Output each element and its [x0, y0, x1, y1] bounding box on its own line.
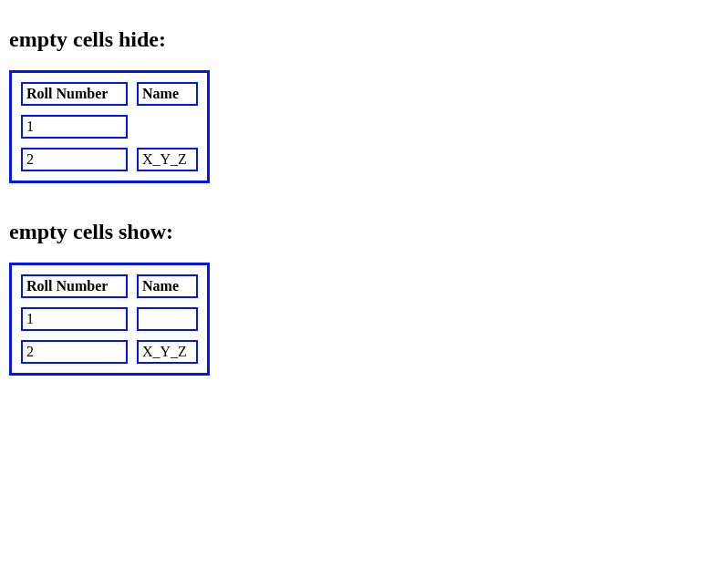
header-roll-number: Roll Number [21, 82, 128, 106]
cell-roll: 1 [21, 115, 128, 139]
header-name: Name [137, 274, 198, 298]
table-hide-empty: Roll Number Name 1 2 X_Y_Z [9, 70, 210, 183]
table-show-empty: Roll Number Name 1 2 X_Y_Z [9, 263, 210, 376]
cell-roll: 2 [21, 148, 128, 171]
table-header-row: Roll Number Name [21, 274, 198, 298]
table-row: 2 X_Y_Z [21, 340, 198, 364]
cell-name [137, 307, 198, 331]
table-row: 2 X_Y_Z [21, 148, 198, 171]
cell-name: X_Y_Z [137, 340, 198, 364]
cell-name: X_Y_Z [137, 148, 198, 171]
header-name: Name [137, 82, 198, 106]
cell-roll: 2 [21, 340, 128, 364]
cell-roll: 1 [21, 307, 128, 331]
heading-empty-cells-show: empty cells show: [9, 220, 716, 244]
table-row: 1 [21, 307, 198, 331]
table-header-row: Roll Number Name [21, 82, 198, 106]
table-row: 1 [21, 115, 198, 139]
cell-name [137, 115, 198, 139]
heading-empty-cells-hide: empty cells hide: [9, 27, 716, 52]
header-roll-number: Roll Number [21, 274, 128, 298]
